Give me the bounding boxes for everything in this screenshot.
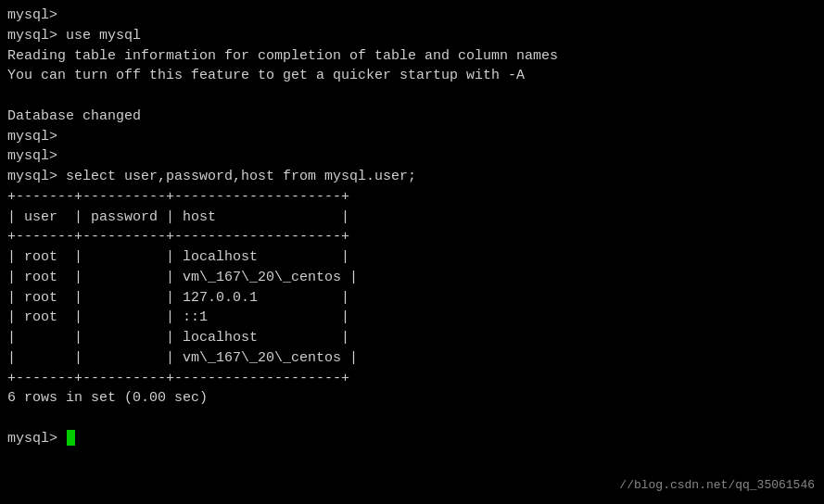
terminal-line-1: mysql> bbox=[7, 6, 817, 26]
terminal-line-6: Database changed bbox=[7, 107, 817, 127]
watermark: //blog.csdn.net/qq_35061546 bbox=[619, 477, 815, 495]
terminal-line-5 bbox=[7, 86, 817, 107]
table-header: | user | password | host | bbox=[7, 208, 817, 228]
terminal-line-4: You can turn off this feature to get a q… bbox=[7, 66, 817, 86]
terminal-line-9: mysql> select user,password,host from my… bbox=[7, 167, 817, 187]
terminal-line-2: mysql> use mysql bbox=[7, 26, 817, 46]
result-summary: 6 rows in set (0.00 sec) bbox=[7, 388, 817, 409]
table-border-top: +-------+----------+--------------------… bbox=[7, 187, 817, 208]
terminal-window: mysql> mysql> use mysql Reading table in… bbox=[0, 0, 824, 504]
terminal-line-3: Reading table information for completion… bbox=[7, 46, 817, 67]
terminal-line-7: mysql> bbox=[7, 127, 817, 147]
terminal-line-8: mysql> bbox=[7, 146, 817, 167]
prompt-line: mysql> bbox=[7, 429, 817, 449]
table-row-4: | root | | ::1 | bbox=[7, 308, 817, 328]
table-row-2: | root | | vm\_167\_20\_centos | bbox=[7, 268, 817, 288]
cursor bbox=[67, 430, 75, 446]
table-row-6: | | | vm\_167\_20\_centos | bbox=[7, 348, 817, 369]
table-border-bottom: +-------+----------+--------------------… bbox=[7, 369, 817, 389]
table-row-3: | root | | 127.0.0.1 | bbox=[7, 288, 817, 309]
table-header-sep: +-------+----------+--------------------… bbox=[7, 227, 817, 247]
empty-line bbox=[7, 409, 817, 429]
table-row-5: | | | localhost | bbox=[7, 328, 817, 348]
table-row-1: | root | | localhost | bbox=[7, 247, 817, 268]
